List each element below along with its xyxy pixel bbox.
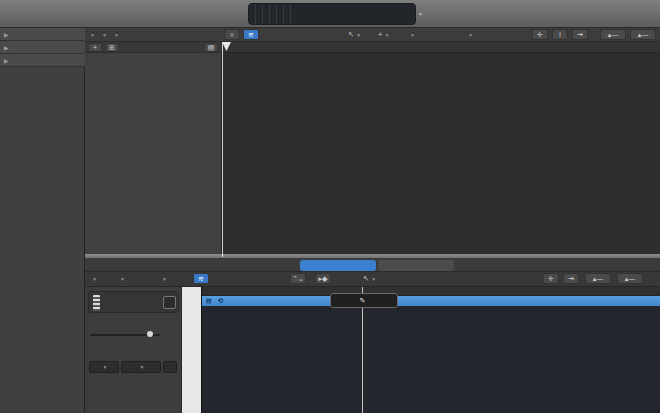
lcd-tempo[interactable] <box>277 4 284 24</box>
piano-roll-icon <box>93 295 100 311</box>
stepper-icon[interactable]: ⌃⌄ <box>290 273 306 284</box>
lcd-display[interactable] <box>248 3 416 25</box>
track-menu-bar: ▼ ▼ ▼ <box>85 28 222 42</box>
editor-pointer-tool[interactable]: ↖▼ <box>363 273 376 284</box>
region-grid-icon[interactable] <box>163 296 176 309</box>
piano-keyboard[interactable] <box>182 287 202 413</box>
groups-inspector-row[interactable]: ▶ <box>0 41 85 54</box>
functions-menu[interactable]: ▼ <box>102 30 107 39</box>
editor-toolbar: ▼ ▼ ▼ ≋ ⌃⌄ ▸◆ ↖▼ ✛ ⇥ ▴— ▴— <box>85 272 660 287</box>
disclosure-triangle-icon[interactable]: ▶ <box>4 31 9 38</box>
editor-vertical-zoom-slider[interactable]: ▴— <box>585 273 611 284</box>
show-flex-icon[interactable]: ≋ <box>193 273 209 284</box>
flex-pitch-editor[interactable] <box>202 306 660 413</box>
tab-track[interactable] <box>300 260 376 271</box>
horizontal-zoom-slider[interactable]: ▴— <box>630 29 656 40</box>
editor-ruler[interactable] <box>202 287 660 296</box>
editor-functions-menu[interactable]: ▼ <box>118 273 125 284</box>
quantize-button[interactable] <box>163 361 177 373</box>
region-inspector-row[interactable]: ▶ <box>0 28 85 41</box>
loop-badge-icon: ⟲ <box>217 297 222 305</box>
control-bar: ▼ <box>0 0 660 28</box>
tab-file[interactable] <box>378 260 454 271</box>
drag-menu[interactable]: ▼ <box>464 29 473 40</box>
scale-quantize-root-select[interactable]: ▼ <box>89 361 119 373</box>
track-header-config-icon[interactable]: ▤ <box>204 43 218 52</box>
vertical-zoom-slider[interactable]: ▴— <box>600 29 626 40</box>
track-header-area: ▼ ▼ ▼ + ⊞ ▤ <box>85 28 222 257</box>
midi-capture-icon[interactable]: ≋ <box>243 29 259 40</box>
selection-info-box <box>88 291 179 313</box>
inspector-panel: ▶ ▶ ▶ <box>0 28 85 413</box>
disclosure-triangle-icon[interactable]: ▶ <box>4 44 9 51</box>
lcd-time-signature[interactable] <box>291 4 297 24</box>
command-tool-menu[interactable]: +▼ <box>378 29 389 40</box>
playhead[interactable] <box>222 42 223 257</box>
edit-menu[interactable]: ▼ <box>90 30 95 39</box>
region-collapse-icon[interactable]: ⊟ <box>206 297 211 305</box>
pitch-correction-knob[interactable] <box>147 331 153 337</box>
nudge-icon[interactable]: ✛ <box>532 29 548 40</box>
view-menu[interactable]: ▼ <box>114 30 119 39</box>
editor-view-menu[interactable]: ▼ <box>160 273 167 284</box>
editor-region-header[interactable]: ⊟ ⟲ <box>202 296 660 306</box>
track-button-row: + ⊞ ▤ <box>85 42 222 53</box>
add-track-button[interactable]: + <box>88 43 102 52</box>
lcd-dropdown-arrow[interactable]: ▼ <box>418 11 423 17</box>
bar-ruler[interactable] <box>222 42 660 53</box>
editor-inspector: ▼ ▼ <box>85 287 182 413</box>
flex-pitch-popup: ✎ <box>330 293 398 308</box>
track-inspector-row[interactable]: ▶ <box>0 54 85 67</box>
editor-tab-row <box>85 258 660 272</box>
marquee-icon[interactable]: I <box>552 29 568 40</box>
duplicate-track-button[interactable]: ⊞ <box>105 43 119 52</box>
scale-quantize-scale-select[interactable]: ▼ <box>121 361 161 373</box>
editor-nudge-icon[interactable]: ✛ <box>543 273 559 284</box>
pencil-icon: ✎ <box>360 297 366 305</box>
disclosure-triangle-icon[interactable]: ▶ <box>4 57 9 64</box>
editor-edit-menu[interactable]: ▼ <box>90 273 97 284</box>
tracks-area: ⌗ ≋ ↖▼ +▼ ▼ ▼ ✛ I ⇥ ▴— ▴— <box>222 28 660 257</box>
lcd-key[interactable] <box>284 4 291 24</box>
snap-menu[interactable]: ▼ <box>406 29 415 40</box>
logic-pro-window: ▼ ▶ ▶ ▶ ▼ ▼ ▼ + ⊞ ▤ <box>0 0 660 413</box>
catch-icon[interactable]: ⇥ <box>572 29 588 40</box>
editor-catch-playhead-icon[interactable]: ⇥ <box>563 273 579 284</box>
pointer-tool-menu[interactable]: ↖▼ <box>348 29 361 40</box>
region-lanes <box>222 53 660 257</box>
lcd-beat[interactable] <box>256 4 263 24</box>
catch-playhead-icon[interactable]: ⌗ <box>224 29 240 40</box>
tracks-toolbar: ⌗ ≋ ↖▼ +▼ ▼ ▼ ✛ I ⇥ ▴— ▴— <box>222 28 660 42</box>
lcd-tick[interactable] <box>270 4 277 24</box>
lcd-division[interactable] <box>263 4 270 24</box>
editor-catch-icon[interactable]: ▸◆ <box>315 273 331 284</box>
lcd-bar[interactable] <box>249 4 256 24</box>
editor-horizontal-zoom-slider[interactable]: ▴— <box>617 273 643 284</box>
